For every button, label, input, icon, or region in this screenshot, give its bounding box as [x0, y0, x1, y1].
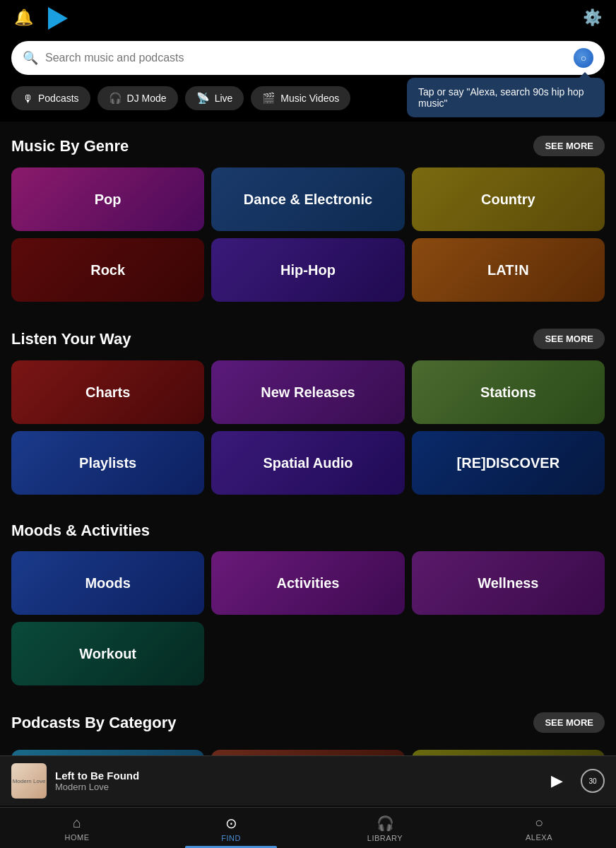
now-playing-bar: Modern Love Left to Be Found Modern Love…: [0, 755, 616, 806]
chip-podcasts[interactable]: 🎙 Podcasts: [11, 86, 90, 110]
genre-tile-country[interactable]: Country: [412, 167, 605, 231]
listen-tile-stations[interactable]: Stations: [412, 360, 605, 424]
listen-section: Listen Your Way SEE MORE Charts New Rele…: [0, 314, 616, 507]
bottom-nav: ⌂ HOME ⊙ FIND 🎧 LIBRARY ○ ALEXA: [0, 807, 616, 848]
moods-tile-moods[interactable]: Moods: [11, 551, 204, 615]
nav-item-find[interactable]: ⊙ FIND: [154, 808, 308, 848]
moods-tile-workout[interactable]: Workout: [11, 622, 204, 685]
genre-section-title: Music By Genre: [11, 137, 129, 155]
podcasts-section-header: Podcasts By Category SEE MORE: [11, 712, 605, 733]
search-tooltip: Tap or say "Alexa, search 90s hip hop mu…: [407, 78, 605, 117]
nav-item-alexa[interactable]: ○ ALEXA: [462, 808, 616, 848]
live-icon: 📡: [196, 92, 210, 105]
podcasts-section-title: Podcasts By Category: [11, 714, 177, 732]
alexa-mic-button[interactable]: ○: [574, 48, 593, 68]
play-button[interactable]: ▶: [544, 768, 569, 794]
genre-section-header: Music By Genre SEE MORE: [11, 136, 605, 156]
genre-tile-pop[interactable]: Pop: [11, 167, 204, 231]
find-icon: ⊙: [225, 815, 237, 832]
listen-tile-newreleases[interactable]: New Releases: [211, 360, 404, 424]
genre-tile-dance[interactable]: Dance & Electronic: [211, 167, 404, 231]
moods-tile-activities[interactable]: Activities: [211, 551, 404, 615]
album-art-image: Modern Love: [11, 763, 47, 799]
moods-section-title: Moods & Activities: [11, 522, 150, 540]
listen-tile-charts[interactable]: Charts: [11, 360, 204, 424]
bell-icon[interactable]: 🔔: [14, 8, 33, 27]
genre-section: Music By Genre SEE MORE Pop Dance & Elec…: [0, 122, 616, 314]
skip-forward-button[interactable]: 30: [581, 769, 605, 793]
listen-grid-row2: Playlists Spatial Audio [RE]DISCOVER: [11, 431, 605, 495]
genre-tile-rock[interactable]: Rock: [11, 238, 204, 302]
moods-grid-row2: Workout: [11, 622, 605, 685]
genre-grid: Pop Dance & Electronic Country: [11, 167, 605, 231]
listen-see-more-button[interactable]: SEE MORE: [533, 329, 605, 349]
nav-item-library[interactable]: 🎧 LIBRARY: [308, 808, 462, 848]
video-icon: 🎬: [262, 92, 276, 105]
nav-item-home[interactable]: ⌂ HOME: [0, 808, 154, 848]
album-art: Modern Love: [11, 763, 47, 799]
genre-grid-row2: Rock Hip-Hop LAT!N: [11, 238, 605, 302]
track-subtitle: Modern Love: [55, 782, 535, 792]
search-bar[interactable]: 🔍 ○: [11, 41, 605, 75]
genre-tile-latin[interactable]: LAT!N: [412, 238, 605, 302]
home-icon: ⌂: [73, 815, 81, 831]
listen-section-title: Listen Your Way: [11, 330, 131, 348]
search-input[interactable]: [45, 52, 567, 64]
genre-tile-hiphop[interactable]: Hip-Hop: [211, 238, 404, 302]
podcasts-section: Podcasts By Category SEE MORE: [0, 698, 616, 750]
moods-section: Moods & Activities Moods Activities Well…: [0, 507, 616, 698]
track-info: Left to Be Found Modern Love: [55, 770, 535, 792]
dj-icon: 🎧: [109, 92, 122, 105]
moods-grid-row1: Moods Activities Wellness: [11, 551, 605, 615]
listen-grid-row1: Charts New Releases Stations: [11, 360, 605, 424]
podcast-icon: 🎙: [23, 93, 33, 105]
listen-tile-rediscover[interactable]: [RE]DISCOVER: [412, 431, 605, 495]
listen-tile-spatial[interactable]: Spatial Audio: [211, 431, 404, 495]
gear-icon[interactable]: ⚙️: [583, 8, 602, 27]
library-icon: 🎧: [377, 815, 394, 832]
search-icon: 🔍: [23, 50, 38, 66]
listen-tile-playlists[interactable]: Playlists: [11, 431, 204, 495]
track-title: Left to Be Found: [55, 770, 535, 782]
chip-live[interactable]: 📡 Live: [185, 86, 244, 110]
moods-section-header: Moods & Activities: [11, 522, 605, 540]
svg-marker-0: [48, 7, 68, 30]
search-bar-wrap: 🔍 ○ Tap or say "Alexa, search 90s hip ho…: [0, 35, 616, 83]
genre-see-more-button[interactable]: SEE MORE: [533, 136, 605, 156]
listen-section-header: Listen Your Way SEE MORE: [11, 329, 605, 349]
moods-tile-wellness[interactable]: Wellness: [412, 551, 605, 615]
podcasts-see-more-button[interactable]: SEE MORE: [533, 712, 605, 733]
chip-musicvideos[interactable]: 🎬 Music Videos: [251, 86, 350, 110]
arrow-icon: [42, 4, 71, 38]
chip-djmode[interactable]: 🎧 DJ Mode: [97, 86, 178, 110]
player-controls: ▶ 30: [544, 768, 605, 794]
header: 🔔 ⚙️: [0, 0, 616, 35]
alexa-icon: ○: [535, 815, 543, 831]
